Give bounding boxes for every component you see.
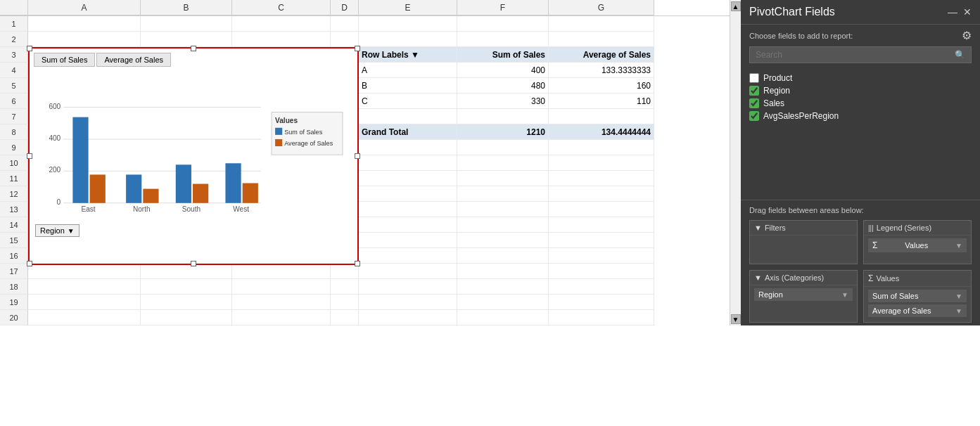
sigma-icon: Σ bbox=[872, 240, 877, 250]
avg-of-sales-label: Average of Sales bbox=[872, 306, 931, 315]
resize-handle-tr[interactable] bbox=[355, 46, 360, 51]
values-item-sum-of-sales[interactable]: Sum of Sales ▼ bbox=[868, 290, 967, 302]
axis-icon: ▼ bbox=[754, 273, 762, 282]
filters-header: ▼ Filters bbox=[750, 221, 857, 235]
svg-text:0: 0 bbox=[57, 198, 61, 206]
field-list: Product Region Sales AvgSalesPerRegion bbox=[741, 69, 980, 125]
legend-series-item-label: Values bbox=[905, 241, 928, 250]
col-header-f: F bbox=[457, 0, 549, 15]
field-item-region: Region bbox=[749, 84, 972, 97]
bar-south-sum bbox=[176, 164, 191, 203]
axis-item-region[interactable]: Region ▼ bbox=[754, 288, 853, 301]
settings-icon[interactable]: ⚙ bbox=[962, 29, 972, 42]
table-row: 18 bbox=[0, 279, 730, 295]
scroll-down-button[interactable]: ▼ bbox=[731, 314, 741, 324]
chart-bottom: Region ▼ bbox=[30, 221, 357, 240]
chart-tab-sum[interactable]: Sum of Sales bbox=[34, 53, 95, 67]
field-label-avgsalesperregion: AvgSalesPerRegion bbox=[763, 111, 839, 121]
corner-cell bbox=[0, 0, 28, 15]
filters-content bbox=[750, 235, 857, 264]
spreadsheet: A B C D E F G 1 2 bbox=[0, 0, 730, 325]
panel-title: PivotChart Fields bbox=[749, 6, 835, 18]
resize-handle-tl[interactable] bbox=[27, 46, 32, 51]
filter-icon: ▼ bbox=[754, 224, 762, 232]
search-box[interactable]: 🔍 bbox=[749, 46, 972, 63]
legend-series-dropdown-icon[interactable]: ▼ bbox=[955, 242, 962, 250]
svg-text:North: North bbox=[133, 205, 151, 213]
axis-categories-content: Region ▼ bbox=[750, 285, 857, 306]
filters-area: ▼ Filters bbox=[749, 220, 858, 264]
search-input[interactable] bbox=[756, 50, 955, 60]
bar-south-avg bbox=[193, 184, 208, 203]
legend-series-label: Legend (Series) bbox=[877, 224, 931, 232]
table-row: 17 bbox=[0, 264, 730, 279]
panel-subtitle-row: Choose fields to add to report: ⚙ bbox=[741, 25, 980, 44]
chart-svg: 0 200 400 600 bbox=[35, 70, 352, 219]
field-item-product: Product bbox=[749, 72, 972, 84]
table-row: 2 bbox=[0, 32, 730, 47]
region-dropdown[interactable]: Region ▼ bbox=[35, 224, 79, 237]
bar-north-sum bbox=[126, 174, 141, 202]
panel-header: PivotChart Fields — ✕ bbox=[741, 0, 980, 25]
legend-series-item-values[interactable]: Σ Values ▼ bbox=[868, 238, 967, 252]
region-label: Region bbox=[40, 226, 65, 235]
resize-handle-br[interactable] bbox=[355, 261, 360, 266]
resize-handle-tm[interactable] bbox=[191, 46, 196, 51]
search-icon: 🔍 bbox=[955, 50, 965, 60]
col-header-a: A bbox=[28, 0, 141, 15]
field-label-sales: Sales bbox=[763, 98, 784, 108]
pivot-chart[interactable]: Sum of Sales Average of Sales 0 200 400 … bbox=[28, 47, 359, 265]
drag-drop-area bbox=[741, 125, 980, 200]
field-label-region: Region bbox=[763, 86, 790, 96]
table-row: 19 bbox=[0, 295, 730, 310]
col-header-g: G bbox=[549, 0, 654, 15]
field-checkbox-sales[interactable] bbox=[749, 98, 759, 108]
values-item-avg-of-sales[interactable]: Average of Sales ▼ bbox=[868, 304, 967, 317]
svg-text:400: 400 bbox=[49, 134, 61, 142]
vertical-scrollbar[interactable]: ▲ ▼ bbox=[730, 0, 741, 325]
svg-text:East: East bbox=[82, 205, 96, 213]
resize-handle-bl[interactable] bbox=[27, 261, 32, 266]
scroll-up-button[interactable]: ▲ bbox=[731, 1, 741, 11]
legend-series-content: Σ Values ▼ bbox=[864, 235, 971, 257]
values-header: Σ Values bbox=[864, 271, 971, 287]
bar-west-avg bbox=[243, 183, 258, 203]
col-header-e: E bbox=[359, 0, 457, 15]
svg-rect-16 bbox=[275, 139, 282, 146]
col-header-d: D bbox=[331, 0, 359, 15]
filters-label: Filters bbox=[765, 224, 786, 232]
column-headers: A B C D E F G bbox=[0, 0, 730, 16]
bar-west-sum bbox=[225, 163, 241, 203]
legend-series-area: ||| Legend (Series) Σ Values ▼ bbox=[863, 220, 972, 264]
field-checkbox-region[interactable] bbox=[749, 86, 759, 96]
bar-north-avg bbox=[143, 189, 158, 203]
field-label-product: Product bbox=[763, 73, 792, 83]
legend-series-header: ||| Legend (Series) bbox=[864, 221, 971, 235]
svg-text:Sum of Sales: Sum of Sales bbox=[284, 129, 322, 136]
resize-handle-bm[interactable] bbox=[191, 261, 196, 266]
values-area: Σ Values Sum of Sales ▼ Average of Sales… bbox=[863, 270, 972, 323]
axis-categories-header: ▼ Axis (Categories) bbox=[750, 271, 857, 285]
svg-text:Average of Sales: Average of Sales bbox=[284, 140, 333, 147]
grid: 1 2 3 Row Labels ▼ Sum of Sales Average bbox=[0, 16, 730, 325]
minimize-icon[interactable]: — bbox=[948, 6, 957, 18]
panel-subtitle: Choose fields to add to report: bbox=[749, 32, 853, 40]
svg-text:South: South bbox=[182, 205, 201, 213]
values-label: Values bbox=[876, 274, 899, 283]
values-sigma-icon: Σ bbox=[868, 273, 873, 283]
chart-tab-avg[interactable]: Average of Sales bbox=[96, 53, 171, 67]
avg-of-sales-dropdown-icon[interactable]: ▼ bbox=[955, 307, 962, 315]
areas-section-label: Drag fields between areas below: bbox=[741, 200, 980, 217]
table-row: 1 bbox=[0, 16, 730, 32]
close-icon[interactable]: ✕ bbox=[963, 6, 972, 18]
sum-of-sales-dropdown-icon[interactable]: ▼ bbox=[955, 292, 962, 300]
field-checkbox-product[interactable] bbox=[749, 73, 759, 83]
axis-region-dropdown-icon[interactable]: ▼ bbox=[841, 291, 848, 299]
dropdown-arrow-icon: ▼ bbox=[68, 227, 75, 235]
bar-east-sum bbox=[72, 117, 88, 203]
field-checkbox-avgsalesperregion[interactable] bbox=[749, 111, 759, 121]
values-content: Sum of Sales ▼ Average of Sales ▼ bbox=[864, 287, 971, 322]
areas-grid: ▼ Filters ||| Legend (Series) Σ Values ▼ bbox=[741, 217, 980, 325]
svg-text:Values: Values bbox=[275, 117, 298, 124]
panel-header-icons: — ✕ bbox=[948, 6, 972, 18]
